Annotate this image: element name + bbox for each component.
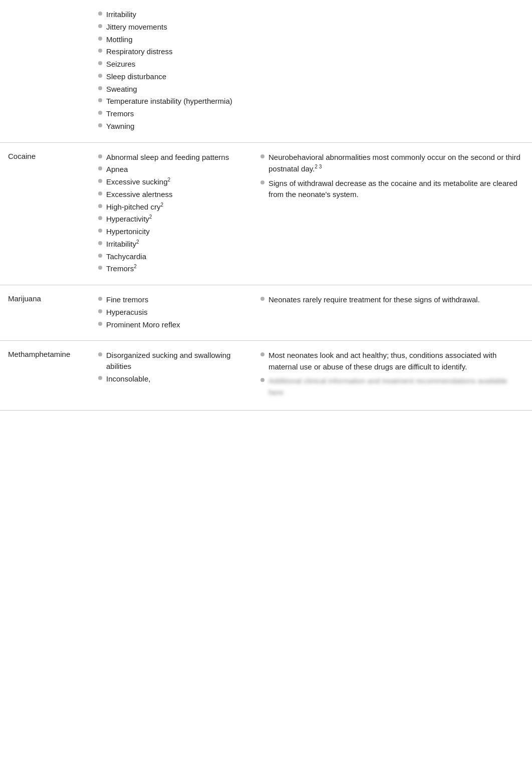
bullet-icon <box>98 376 102 380</box>
bullet-icon <box>98 154 102 158</box>
list-item: Fine tremors <box>98 294 242 305</box>
table-row: Methamphetamine Disorganized sucking and… <box>0 341 532 411</box>
bullet-icon <box>98 266 102 270</box>
list-item: Apnea <box>98 164 242 175</box>
list-item: Mottling <box>98 34 242 45</box>
drug-label: Methamphetamine <box>8 350 70 358</box>
bullet-icon <box>98 49 102 53</box>
notes-cell <box>250 0 532 142</box>
table-row: Cocaine Abnormal sleep and feeding patte… <box>0 143 532 286</box>
list-item: Hyperacusis <box>98 307 242 318</box>
main-table: Irritability Jittery movements Mottling … <box>0 0 532 411</box>
list-item: Abnormal sleep and feeding patterns <box>98 152 242 163</box>
symptom-text: High-pitched cry2 <box>106 202 163 213</box>
symptom-text: Excessive sucking2 <box>106 176 170 187</box>
symptoms-cell: Fine tremors Hyperacusis Prominent Moro … <box>90 285 250 340</box>
list-item: Irritability <box>98 9 242 20</box>
note-item: Signs of withdrawal decrease as the coca… <box>260 178 522 201</box>
note-list: Most neonates look and act healthy; thus… <box>260 350 522 398</box>
bullet-icon <box>98 86 102 90</box>
symptom-text: Excessive alertness <box>106 189 173 200</box>
bullet-icon <box>98 24 102 28</box>
note-item-blurred: Additional clinical information and trea… <box>260 375 522 398</box>
bullet-icon <box>98 123 102 127</box>
note-text: Signs of withdrawal decrease as the coca… <box>269 178 522 201</box>
note-dot-icon <box>260 378 264 382</box>
symptom-text: Respiratory distress <box>106 46 173 57</box>
note-text: Neonates rarely require treatment for th… <box>269 294 480 306</box>
symptom-text: Inconsolable, <box>106 373 150 384</box>
symptom-text: Hypertonicity <box>106 226 150 237</box>
symptom-text: Hyperactivity2 <box>106 214 152 225</box>
note-item: Neonates rarely require treatment for th… <box>260 294 522 306</box>
bullet-icon <box>98 61 102 65</box>
list-item: Seizures <box>98 59 242 70</box>
list-item: High-pitched cry2 <box>98 202 242 213</box>
symptom-text: Seizures <box>106 59 135 70</box>
symptom-text: Jittery movements <box>106 22 167 33</box>
blurred-note-text: Additional clinical information and trea… <box>269 375 522 398</box>
symptom-text: Hyperacusis <box>106 307 148 318</box>
bullet-icon <box>98 322 102 326</box>
notes-cell: Most neonates look and act healthy; thus… <box>250 341 532 410</box>
list-item: Excessive alertness <box>98 189 242 200</box>
bullet-icon <box>98 74 102 78</box>
drug-name-cell <box>0 0 90 142</box>
symptom-text: Disorganized sucking and swallowing abil… <box>106 350 242 372</box>
symptom-text: Prominent Moro reflex <box>106 319 180 330</box>
bullet-icon <box>98 309 102 313</box>
list-item: Excessive sucking2 <box>98 176 242 187</box>
list-item: Sleep disturbance <box>98 71 242 82</box>
bullet-icon <box>98 216 102 220</box>
symptom-list: Abnormal sleep and feeding patterns Apne… <box>98 152 242 275</box>
note-item: Neurobehavioral abnormalities most commo… <box>260 152 522 175</box>
list-item: Yawning <box>98 121 242 132</box>
bullet-icon <box>98 297 102 301</box>
bullet-icon <box>98 12 102 16</box>
symptoms-cell: Abnormal sleep and feeding patterns Apne… <box>90 143 250 285</box>
drug-name-cell: Cocaine <box>0 143 90 285</box>
bullet-icon <box>98 229 102 233</box>
symptom-text: Sweating <box>106 84 137 95</box>
symptom-text: Tremors <box>106 108 134 119</box>
list-item: Tremors <box>98 108 242 119</box>
bullet-icon <box>98 37 102 41</box>
list-item: Temperature instability (hyperthermia) <box>98 96 242 107</box>
symptoms-cell: Disorganized sucking and swallowing abil… <box>90 341 250 410</box>
note-dot-icon <box>260 297 264 301</box>
note-list: Neonates rarely require treatment for th… <box>260 294 522 306</box>
list-item: Hyperactivity2 <box>98 214 242 225</box>
note-text: Most neonates look and act healthy; thus… <box>269 350 522 372</box>
note-item: Most neonates look and act healthy; thus… <box>260 350 522 372</box>
note-dot-icon <box>260 180 264 184</box>
symptom-text: Mottling <box>106 34 133 45</box>
note-dot-icon <box>260 352 264 356</box>
note-list: Neurobehavioral abnormalities most commo… <box>260 152 522 201</box>
symptom-text: Irritability2 <box>106 239 139 250</box>
bullet-icon <box>98 111 102 115</box>
drug-label: Cocaine <box>8 152 36 160</box>
table-row: Irritability Jittery movements Mottling … <box>0 0 532 143</box>
notes-cell: Neonates rarely require treatment for th… <box>250 285 532 340</box>
symptom-text: Apnea <box>106 164 128 175</box>
symptoms-cell: Irritability Jittery movements Mottling … <box>90 0 250 142</box>
bullet-icon <box>98 98 102 102</box>
symptom-list: Fine tremors Hyperacusis Prominent Moro … <box>98 294 242 330</box>
drug-name-cell: Marijuana <box>0 285 90 340</box>
bullet-icon <box>98 179 102 183</box>
symptom-text: Abnormal sleep and feeding patterns <box>106 152 229 163</box>
note-text: Neurobehavioral abnormalities most commo… <box>269 152 522 175</box>
list-item: Irritability2 <box>98 239 242 250</box>
list-item: Respiratory distress <box>98 46 242 57</box>
list-item: Tachycardia <box>98 251 242 262</box>
drug-name-cell: Methamphetamine <box>0 341 90 410</box>
symptom-list: Disorganized sucking and swallowing abil… <box>98 350 242 384</box>
note-dot-icon <box>260 154 264 158</box>
symptom-list: Irritability Jittery movements Mottling … <box>98 9 242 132</box>
symptom-text: Sleep disturbance <box>106 71 166 82</box>
bullet-icon <box>98 254 102 258</box>
symptom-text: Tachycardia <box>106 251 146 262</box>
list-item: Jittery movements <box>98 22 242 33</box>
bullet-icon <box>98 241 102 245</box>
list-item: Tremors2 <box>98 263 242 274</box>
